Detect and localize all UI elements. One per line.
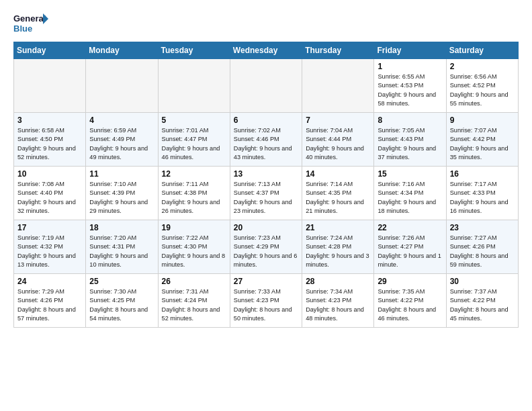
day-info: Sunrise: 7:10 AM Sunset: 4:39 PM Dayligh… — [89, 180, 154, 216]
day-info: Sunrise: 7:22 AM Sunset: 4:30 PM Dayligh… — [162, 234, 226, 269]
calendar-cell: 26Sunrise: 7:31 AM Sunset: 4:24 PM Dayli… — [158, 274, 230, 328]
calendar-cell: 30Sunrise: 7:37 AM Sunset: 4:22 PM Dayli… — [446, 274, 518, 328]
calendar-cell: 10Sunrise: 7:08 AM Sunset: 4:40 PM Dayli… — [14, 167, 86, 220]
weekday-header-thursday: Thursday — [302, 42, 374, 59]
day-info: Sunrise: 7:31 AM Sunset: 4:24 PM Dayligh… — [162, 287, 226, 323]
day-info: Sunrise: 7:29 AM Sunset: 4:26 PM Dayligh… — [17, 287, 82, 323]
calendar-cell: 20Sunrise: 7:23 AM Sunset: 4:29 PM Dayli… — [230, 220, 302, 274]
day-info: Sunrise: 7:27 AM Sunset: 4:26 PM Dayligh… — [450, 234, 515, 269]
calendar-cell: 6Sunrise: 7:02 AM Sunset: 4:46 PM Daylig… — [230, 113, 302, 167]
day-info: Sunrise: 7:14 AM Sunset: 4:35 PM Dayligh… — [306, 180, 370, 216]
day-number: 23 — [450, 223, 515, 232]
calendar-cell: 29Sunrise: 7:35 AM Sunset: 4:22 PM Dayli… — [374, 274, 446, 328]
day-number: 18 — [89, 223, 154, 232]
day-number: 11 — [89, 169, 154, 179]
day-info: Sunrise: 7:05 AM Sunset: 4:43 PM Dayligh… — [378, 126, 442, 162]
day-info: Sunrise: 7:34 AM Sunset: 4:23 PM Dayligh… — [306, 287, 370, 323]
day-info: Sunrise: 7:07 AM Sunset: 4:42 PM Dayligh… — [450, 126, 515, 162]
day-number: 27 — [234, 277, 298, 286]
day-info: Sunrise: 7:20 AM Sunset: 4:31 PM Dayligh… — [89, 234, 154, 269]
calendar-cell: 4Sunrise: 6:59 AM Sunset: 4:49 PM Daylig… — [86, 113, 158, 167]
day-info: Sunrise: 6:55 AM Sunset: 4:53 PM Dayligh… — [378, 73, 442, 108]
calendar-table: SundayMondayTuesdayWednesdayThursdayFrid… — [13, 42, 519, 328]
day-info: Sunrise: 7:08 AM Sunset: 4:40 PM Dayligh… — [17, 180, 82, 216]
calendar-cell: 7Sunrise: 7:04 AM Sunset: 4:44 PM Daylig… — [302, 113, 374, 167]
day-number: 3 — [17, 116, 82, 125]
weekday-header-sunday: Sunday — [14, 42, 86, 59]
day-number: 30 — [450, 277, 515, 286]
day-info: Sunrise: 7:19 AM Sunset: 4:32 PM Dayligh… — [17, 234, 82, 269]
svg-text:Blue: Blue — [13, 24, 32, 34]
day-number: 2 — [450, 62, 515, 71]
day-number: 9 — [450, 116, 515, 125]
calendar-cell: 2Sunrise: 6:56 AM Sunset: 4:52 PM Daylig… — [446, 59, 518, 113]
day-number: 26 — [162, 277, 226, 286]
day-info: Sunrise: 6:58 AM Sunset: 4:50 PM Dayligh… — [17, 126, 82, 162]
day-number: 7 — [306, 116, 370, 125]
day-info: Sunrise: 7:13 AM Sunset: 4:37 PM Dayligh… — [234, 180, 298, 216]
day-number: 1 — [378, 62, 442, 71]
calendar-cell: 12Sunrise: 7:11 AM Sunset: 4:38 PM Dayli… — [158, 167, 230, 220]
weekday-header-tuesday: Tuesday — [158, 42, 230, 59]
calendar-cell — [86, 59, 158, 113]
day-number: 17 — [17, 223, 82, 232]
calendar-cell: 21Sunrise: 7:24 AM Sunset: 4:28 PM Dayli… — [302, 220, 374, 274]
day-number: 19 — [162, 223, 226, 232]
weekday-header-friday: Friday — [374, 42, 446, 59]
day-number: 22 — [378, 223, 442, 232]
week-row-2: 3Sunrise: 6:58 AM Sunset: 4:50 PM Daylig… — [14, 113, 519, 167]
day-info: Sunrise: 7:11 AM Sunset: 4:38 PM Dayligh… — [162, 180, 226, 216]
page: General Blue SundayMondayTuesdayWednesda… — [0, 0, 532, 411]
day-info: Sunrise: 6:56 AM Sunset: 4:52 PM Dayligh… — [450, 73, 515, 108]
calendar-cell: 17Sunrise: 7:19 AM Sunset: 4:32 PM Dayli… — [14, 220, 86, 274]
calendar-cell — [158, 59, 230, 113]
day-info: Sunrise: 7:33 AM Sunset: 4:23 PM Dayligh… — [234, 287, 298, 323]
calendar-cell: 1Sunrise: 6:55 AM Sunset: 4:53 PM Daylig… — [374, 59, 446, 113]
day-info: Sunrise: 7:04 AM Sunset: 4:44 PM Dayligh… — [306, 126, 370, 162]
day-info: Sunrise: 7:01 AM Sunset: 4:47 PM Dayligh… — [162, 126, 226, 162]
calendar-cell: 23Sunrise: 7:27 AM Sunset: 4:26 PM Dayli… — [446, 220, 518, 274]
calendar-cell: 27Sunrise: 7:33 AM Sunset: 4:23 PM Dayli… — [230, 274, 302, 328]
day-number: 25 — [89, 277, 154, 286]
day-info: Sunrise: 7:24 AM Sunset: 4:28 PM Dayligh… — [306, 234, 370, 269]
calendar-cell: 18Sunrise: 7:20 AM Sunset: 4:31 PM Dayli… — [86, 220, 158, 274]
weekday-header-monday: Monday — [86, 42, 158, 59]
calendar-cell: 25Sunrise: 7:30 AM Sunset: 4:25 PM Dayli… — [86, 274, 158, 328]
calendar-cell: 14Sunrise: 7:14 AM Sunset: 4:35 PM Dayli… — [302, 167, 374, 220]
day-info: Sunrise: 7:23 AM Sunset: 4:29 PM Dayligh… — [234, 234, 298, 269]
logo: General Blue — [13, 11, 48, 35]
day-number: 14 — [306, 169, 370, 179]
day-number: 4 — [89, 116, 154, 125]
week-row-1: 1Sunrise: 6:55 AM Sunset: 4:53 PM Daylig… — [14, 59, 519, 113]
day-info: Sunrise: 7:02 AM Sunset: 4:46 PM Dayligh… — [234, 126, 298, 162]
day-info: Sunrise: 7:30 AM Sunset: 4:25 PM Dayligh… — [89, 287, 154, 323]
calendar-cell — [230, 59, 302, 113]
calendar-cell: 28Sunrise: 7:34 AM Sunset: 4:23 PM Dayli… — [302, 274, 374, 328]
day-info: Sunrise: 7:35 AM Sunset: 4:22 PM Dayligh… — [378, 287, 442, 323]
day-info: Sunrise: 7:16 AM Sunset: 4:34 PM Dayligh… — [378, 180, 442, 216]
day-number: 21 — [306, 223, 370, 232]
day-info: Sunrise: 7:26 AM Sunset: 4:27 PM Dayligh… — [378, 234, 442, 269]
day-info: Sunrise: 7:37 AM Sunset: 4:22 PM Dayligh… — [450, 287, 515, 323]
day-number: 15 — [378, 169, 442, 179]
day-info: Sunrise: 7:17 AM Sunset: 4:33 PM Dayligh… — [450, 180, 515, 216]
week-row-5: 24Sunrise: 7:29 AM Sunset: 4:26 PM Dayli… — [14, 274, 519, 328]
day-number: 13 — [234, 169, 298, 179]
calendar-cell: 8Sunrise: 7:05 AM Sunset: 4:43 PM Daylig… — [374, 113, 446, 167]
logo-svg: General Blue — [13, 11, 48, 35]
calendar-cell: 9Sunrise: 7:07 AM Sunset: 4:42 PM Daylig… — [446, 113, 518, 167]
day-number: 5 — [162, 116, 226, 125]
header: General Blue — [13, 11, 519, 35]
calendar-cell: 22Sunrise: 7:26 AM Sunset: 4:27 PM Dayli… — [374, 220, 446, 274]
calendar-cell: 11Sunrise: 7:10 AM Sunset: 4:39 PM Dayli… — [86, 167, 158, 220]
calendar-cell: 24Sunrise: 7:29 AM Sunset: 4:26 PM Dayli… — [14, 274, 86, 328]
calendar-cell: 16Sunrise: 7:17 AM Sunset: 4:33 PM Dayli… — [446, 167, 518, 220]
day-number: 29 — [378, 277, 442, 286]
day-number: 16 — [450, 169, 515, 179]
day-number: 28 — [306, 277, 370, 286]
calendar-cell: 3Sunrise: 6:58 AM Sunset: 4:50 PM Daylig… — [14, 113, 86, 167]
svg-text:General: General — [13, 13, 46, 24]
calendar-cell: 5Sunrise: 7:01 AM Sunset: 4:47 PM Daylig… — [158, 113, 230, 167]
day-info: Sunrise: 6:59 AM Sunset: 4:49 PM Dayligh… — [89, 126, 154, 162]
calendar-cell: 13Sunrise: 7:13 AM Sunset: 4:37 PM Dayli… — [230, 167, 302, 220]
